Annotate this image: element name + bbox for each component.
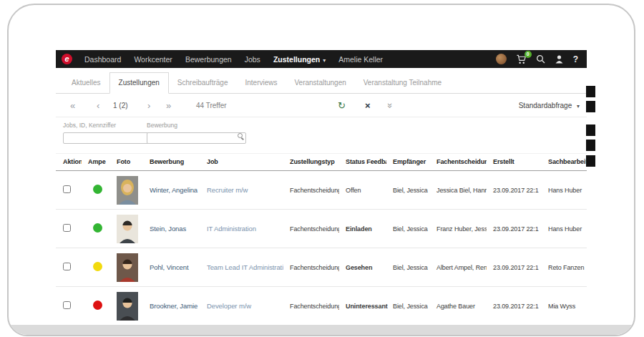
cell-foto: [110, 210, 143, 248]
ampel-yellow-icon: [93, 262, 102, 271]
applicant-photo: [117, 292, 138, 321]
search-icon[interactable]: [238, 133, 243, 138]
tab-interviews[interactable]: Interviews: [236, 73, 286, 93]
table-row[interactable]: Brookner, Jamie Developer m/w Fachentsch…: [56, 287, 587, 326]
brand-logo-icon[interactable]: e: [62, 54, 72, 64]
col-fachentscheidung[interactable]: Fachentscheidung: [430, 154, 487, 171]
menu-user-name[interactable]: Amelie Keller: [332, 55, 389, 64]
applicant-name-link[interactable]: Brookner, Jamie: [150, 302, 197, 310]
tab-schreibauftraege[interactable]: Schreibaufträge: [169, 73, 237, 93]
cell-bewerbung: Pohl, Vincent: [143, 248, 200, 287]
menu-zustellungen-label: Zustellungen: [273, 55, 320, 64]
col-empfaenger[interactable]: Empfänger: [386, 154, 430, 171]
col-zustellungstyp[interactable]: Zustellungstyp: [283, 154, 339, 171]
account-button[interactable]: [555, 54, 564, 64]
col-foto[interactable]: Foto: [110, 154, 143, 171]
cell-bewerbung: Winter, Angelina: [143, 171, 200, 210]
col-sachbearbeiter[interactable]: Sachbearbeiter: [542, 154, 587, 171]
clear-icon[interactable]: ×: [365, 94, 371, 117]
user-avatar[interactable]: [496, 54, 507, 64]
first-page-icon[interactable]: «: [70, 94, 75, 117]
col-job[interactable]: Job: [200, 154, 283, 171]
screenshot-root: e Dashboard Workcenter Bewerbungen Jobs …: [0, 0, 644, 337]
menu-jobs[interactable]: Jobs: [238, 55, 267, 64]
menu-workcenter[interactable]: Workcenter: [127, 55, 179, 64]
tab-bar: Aktuelles Zustellungen Schreibaufträge I…: [56, 68, 587, 94]
job-link[interactable]: IT Administration: [207, 225, 256, 233]
prev-page-icon[interactable]: ‹: [97, 94, 99, 117]
menu-dashboard[interactable]: Dashboard: [78, 55, 127, 64]
row-checkbox[interactable]: [63, 301, 71, 309]
col-status-feedback[interactable]: Status Feedba: [339, 154, 386, 171]
query-preset-dropdown[interactable]: Standardabfrage ▾: [519, 94, 580, 118]
cell-status: Uninteressant: [339, 287, 386, 326]
applicant-photo: [117, 253, 138, 282]
col-ampel[interactable]: Ampe: [82, 154, 110, 171]
topbar-icons: 0 ?: [496, 54, 587, 64]
table-row[interactable]: Stein, Jonas IT Administration Fachentsc…: [56, 210, 587, 248]
app-window: e Dashboard Workcenter Bewerbungen Jobs …: [56, 50, 587, 325]
col-erstellt[interactable]: Erstellt: [487, 154, 542, 171]
double-chevron-glyph: »: [379, 103, 402, 108]
tab-zustellungen[interactable]: Zustellungen: [109, 72, 169, 94]
cell-ampel: [82, 171, 110, 210]
topbar: e Dashboard Workcenter Bewerbungen Jobs …: [56, 50, 587, 68]
cell-zustellungstyp: Fachentscheidung: [283, 287, 339, 326]
cell-empfaenger: Biel, Jessica: [386, 248, 430, 287]
applicant-name-link[interactable]: Winter, Angelina: [150, 186, 197, 194]
row-checkbox[interactable]: [63, 263, 71, 270]
cropped-ui-fragment: [586, 86, 595, 97]
help-button[interactable]: ?: [573, 54, 578, 64]
bewerbung-filter-input[interactable]: [147, 132, 246, 144]
applicant-photo: [117, 176, 138, 205]
cell-foto: [110, 287, 143, 326]
pagination-bar: « ‹ 1 (2) › » 44 Treffer ↻ × » Standarda…: [56, 94, 587, 117]
row-checkbox[interactable]: [63, 185, 71, 193]
cell-erstellt: 23.09.2017 22:1: [487, 248, 542, 287]
tab-veranstaltungen[interactable]: Veranstaltungen: [286, 73, 354, 93]
cell-job: Developer m/w: [200, 287, 283, 326]
chevron-down-icon: ▾: [577, 103, 580, 109]
table-row[interactable]: Pohl, Vincent Team Lead IT Administratio…: [56, 248, 587, 287]
cart-button[interactable]: 0: [516, 54, 527, 64]
cropped-ui-fragment: [586, 155, 595, 167]
search-icon: [536, 54, 545, 64]
cell-zustellungstyp: Fachentscheidung: [283, 210, 339, 248]
cell-fachentscheidung: Jessica Biel, Hanne I: [430, 171, 487, 210]
cell-aktion: [56, 171, 82, 210]
col-bewerbung[interactable]: Bewerbung: [143, 154, 200, 171]
applicant-name-link[interactable]: Stein, Jonas: [150, 225, 186, 233]
double-chevron-down-icon[interactable]: »: [388, 94, 393, 118]
tab-veranstaltung-teilnahme[interactable]: Veranstaltung Teilnahme: [355, 73, 450, 93]
cropped-ui-fragment: [586, 101, 595, 112]
cropped-ui-fragment: [586, 124, 595, 136]
cell-aktion: [56, 248, 82, 287]
col-aktion[interactable]: Aktion: [56, 154, 82, 171]
next-page-icon[interactable]: ›: [147, 94, 150, 117]
cell-sachbearbeiter: Reto Fanzen: [542, 248, 587, 287]
cell-empfaenger: Biel, Jessica: [386, 210, 430, 248]
table-row[interactable]: Winter, Angelina Recruiter m/w Fachentsc…: [56, 171, 587, 210]
refresh-icon[interactable]: ↻: [338, 94, 346, 117]
cell-foto: [110, 171, 143, 210]
person-icon: [555, 54, 564, 64]
job-link[interactable]: Developer m/w: [207, 302, 251, 310]
last-page-icon[interactable]: »: [166, 94, 171, 117]
bewerbung-filter-label: Bewerbung: [147, 122, 246, 129]
job-link[interactable]: Recruiter m/w: [207, 186, 248, 194]
job-link[interactable]: Team Lead IT Administration: [207, 263, 283, 271]
applicant-name-link[interactable]: Pohl, Vincent: [150, 263, 189, 271]
menu-bewerbungen[interactable]: Bewerbungen: [179, 55, 238, 64]
search-button[interactable]: [536, 54, 545, 64]
row-checkbox[interactable]: [63, 224, 71, 232]
cart-badge: 0: [525, 51, 532, 58]
tab-aktuelles[interactable]: Aktuelles: [63, 73, 109, 93]
cell-fachentscheidung: Agathe Bauer: [430, 287, 487, 326]
menu-zustellungen[interactable]: Zustellungen▾: [267, 55, 332, 64]
bewerbung-filter: Bewerbung: [147, 122, 246, 144]
cell-bewerbung: Stein, Jonas: [143, 210, 200, 248]
ampel-red-icon: [93, 301, 102, 310]
page-indicator: 1 (2): [113, 94, 128, 117]
ampel-green-icon: [93, 223, 102, 233]
cell-zustellungstyp: Fachentscheidung: [283, 248, 339, 287]
